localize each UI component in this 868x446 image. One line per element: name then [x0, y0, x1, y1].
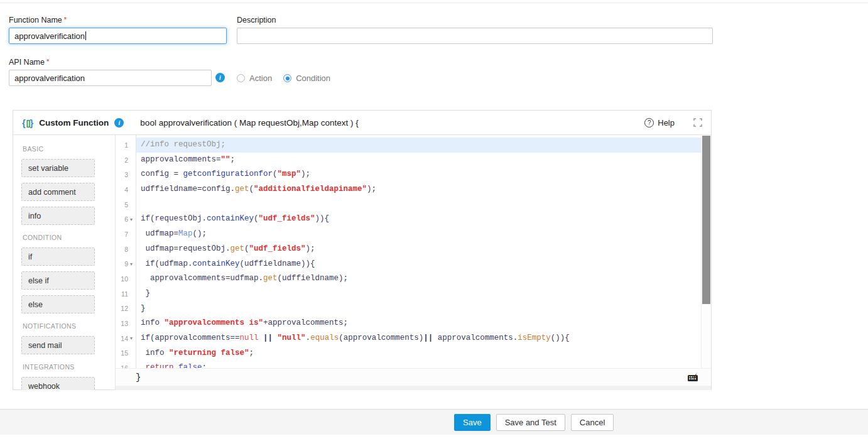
help-label: Help [658, 118, 675, 128]
code-token: get [263, 274, 278, 283]
code-line[interactable]: if(approvalcomments==null || "null".equa… [136, 331, 711, 346]
code-token: "null" [278, 334, 306, 342]
sidebar-item-set-variable[interactable]: set variable [21, 159, 95, 177]
sidebar-item-if[interactable]: if [21, 247, 95, 266]
code-line[interactable]: udfmap=requestObj.get("udf_fields"); [136, 242, 711, 257]
sidebar-item-webhook[interactable]: webhook [21, 377, 95, 390]
line-number: 4 [116, 182, 136, 197]
code-viewport[interactable]: 123456▾789▾1011121314▾1516 //info reques… [116, 135, 711, 368]
description-input[interactable] [237, 28, 713, 44]
sidebar-item-add-comment[interactable]: add comment [21, 183, 95, 201]
code-token: approvalcomments=udfmap. [141, 274, 263, 283]
code-token: ); [367, 185, 376, 193]
sidebar-item-send-mail[interactable]: send mail [21, 336, 95, 354]
required-asterisk: * [46, 58, 49, 65]
fold-arrow-icon[interactable]: ▾ [128, 335, 134, 341]
code-editor[interactable]: 123456▾789▾1011121314▾1516 //info reques… [116, 135, 711, 390]
cancel-button[interactable]: Cancel [571, 414, 614, 431]
radio-icon-selected[interactable] [283, 74, 291, 82]
code-line[interactable]: info "returning false"; [136, 346, 711, 361]
code-token: approvalcomments= [141, 155, 221, 164]
radio-label-action: Action [249, 73, 272, 83]
code-token: null [240, 334, 259, 342]
code-line[interactable]: if(requestObj.containKey("udf_fields")){ [136, 212, 711, 227]
radio-option-condition[interactable]: Condition [283, 73, 330, 83]
keyboard-icon[interactable] [687, 373, 698, 382]
sidebar-item-else-if[interactable]: else if [21, 271, 95, 290]
code-token: false [178, 363, 202, 368]
code-line[interactable] [136, 197, 711, 212]
line-number: 15 [116, 346, 136, 361]
api-name-label: API Name* [9, 58, 49, 67]
sidebar-item-else[interactable]: else [21, 295, 95, 313]
radio-icon[interactable] [237, 74, 245, 82]
fold-arrow-icon[interactable]: ▾ [128, 217, 134, 222]
api-name-label-text: API Name [9, 58, 45, 67]
code-line[interactable]: approvalcomments=""; [136, 153, 711, 168]
code-token: info [141, 318, 165, 327]
code-lines[interactable]: //info requestObj;approvalcomments="";co… [136, 135, 711, 368]
code-line[interactable]: return false; [136, 361, 711, 368]
code-token: ; [202, 363, 207, 368]
line-number: 1 [116, 138, 136, 153]
function-name-value: approvalverification [14, 31, 85, 41]
sidebar-section-basic: BASICset variableadd commentinfo [21, 145, 115, 225]
function-name-label-text: Function Name [9, 16, 62, 24]
code-token [141, 363, 146, 368]
line-number: 14▾ [116, 331, 136, 346]
scrollbar-thumb[interactable] [702, 136, 710, 304]
code-token: if(udfmap. [141, 259, 193, 268]
code-token: approvalcomments. [433, 334, 518, 342]
code-line[interactable]: if(udfmap.containKey(udffieldname)){ [136, 257, 711, 272]
code-token: info [141, 349, 169, 357]
line-number: 6▾ [116, 212, 136, 227]
line-number: 9▾ [116, 257, 136, 272]
editor-footer: } [116, 368, 711, 386]
line-number: 12 [116, 302, 136, 317]
fullscreen-icon[interactable] [693, 118, 702, 127]
code-line[interactable]: udfmap=Map(); [136, 227, 711, 242]
code-token: ( [254, 214, 259, 223]
code-line[interactable]: info "approvalcomments is"+approvalcomme… [136, 316, 711, 331]
help-button[interactable]: ? Help [644, 118, 675, 128]
line-number: 10 [116, 271, 136, 286]
code-token: "additionalfieldapiname" [254, 185, 367, 193]
info-icon[interactable]: i [215, 73, 225, 82]
line-number: 2 [116, 153, 136, 168]
function-name-label: Function Name* [9, 16, 67, 24]
vertical-scrollbar[interactable] [701, 135, 711, 368]
code-token: || [263, 334, 273, 342]
code-token: isEmpty [518, 334, 551, 342]
function-name-input[interactable]: approvalverification [9, 28, 227, 44]
description-label: Description [237, 16, 276, 24]
line-number: 13 [116, 316, 136, 331]
code-line[interactable]: udffieldname=config.get("additionalfield… [136, 182, 711, 197]
radio-option-action[interactable]: Action [237, 73, 272, 83]
help-icon: ? [644, 118, 654, 128]
code-token [273, 334, 278, 342]
custom-function-icon: {[]} [22, 118, 33, 128]
code-token: (approvalcomments) [339, 334, 423, 342]
sidebar-section-label: NOTIFICATIONS [23, 322, 115, 330]
api-name-input[interactable]: approvalverification [9, 70, 212, 86]
code-token: ; [249, 349, 254, 357]
line-number: 7 [116, 227, 136, 242]
code-line[interactable]: //info requestObj; [136, 138, 711, 153]
code-line[interactable]: } [136, 286, 711, 302]
code-line[interactable]: } [136, 302, 711, 317]
code-line[interactable]: config = getconfigurationfor("msp"); [136, 167, 711, 182]
code-token: if(requestObj. [141, 214, 207, 223]
code-line[interactable]: approvalcomments=udfmap.get(udffieldname… [136, 271, 711, 286]
code-token: (); [193, 229, 207, 238]
code-token: Map [178, 229, 193, 238]
sidebar-section-condition: CONDITIONifelse ifelse [21, 234, 115, 313]
closing-brace: } [136, 373, 141, 383]
top-divider [0, 3, 868, 3]
info-icon[interactable]: i [114, 118, 124, 128]
sidebar-item-info[interactable]: info [21, 207, 95, 225]
save-button[interactable]: Save [454, 414, 491, 431]
save-and-test-button[interactable]: Save and Test [496, 414, 565, 431]
sidebar-section-notifications: NOTIFICATIONSsend mail [21, 322, 115, 354]
horizontal-scrollbar[interactable] [116, 386, 711, 390]
fold-arrow-icon[interactable]: ▾ [128, 261, 134, 267]
